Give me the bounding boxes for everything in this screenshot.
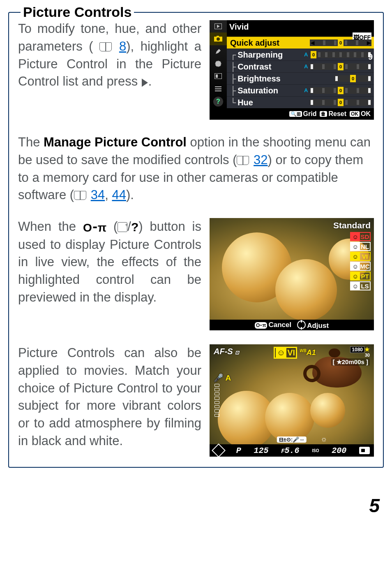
adjust-button[interactable]: Adjust [297, 320, 329, 330]
ok-label: OK [361, 110, 371, 118]
pc-badge-vi[interactable]: ☺VI [350, 252, 371, 261]
live-view-preview: Standard ☺SD ☺NL ☺VI ☺MC ☺PT ☺LS O⁃πCanc… [210, 218, 374, 330]
protect-key-icon: O⁃π [83, 220, 106, 236]
svg-rect-7 [216, 74, 218, 78]
slider-quick-adjust[interactable]: ◀ 0 ▶ [310, 39, 371, 46]
para-4: Picture Controls can also be applied to … [18, 344, 201, 457]
slider-saturation[interactable]: A 0 [310, 87, 371, 94]
menu-item-label: Hue [238, 98, 307, 107]
p1-t3: . [148, 74, 152, 88]
book-icon [99, 42, 112, 51]
menu-body: Quick adjust ◀ 0 ▶ ┌Sharpening A [227, 37, 374, 108]
svg-rect-3 [217, 36, 219, 37]
pc-badge-ls[interactable]: ☺LS [350, 281, 371, 290]
retouch-tab-icon[interactable] [210, 70, 227, 82]
book-icon [237, 156, 249, 165]
lv-icon [359, 447, 370, 454]
menu-footer: 🔍⊞Grid 🗑Reset OKOK [210, 108, 374, 120]
p2-t5: ). [126, 188, 134, 202]
menu-item-saturation[interactable]: ├Saturation A 0 [227, 84, 374, 96]
ok-button[interactable]: OKOK [350, 110, 371, 118]
p3-t3: / [127, 219, 131, 234]
movie-quality-indicator: 1080★30 [350, 347, 370, 358]
slider-brightness[interactable]: 0 [334, 75, 371, 82]
menu-item-label: Brightness [238, 74, 307, 84]
menu-item-hue[interactable]: └Hue 0 [227, 96, 374, 108]
movie-subject [265, 393, 314, 442]
pencil-tab-icon[interactable] [210, 45, 227, 58]
pc-badge-sd[interactable]: ☺SD [350, 232, 371, 241]
picture-controls-section: Picture Controls To modify tone, hue, an… [8, 4, 384, 468]
menu-item-sharpening[interactable]: ┌Sharpening A 0 9 [227, 49, 374, 60]
row-manage: The Manage Picture Control option in the… [18, 134, 374, 204]
right-arrow-icon [142, 79, 148, 87]
cancel-button[interactable]: O⁃πCancel [255, 321, 291, 329]
svg-rect-9 [215, 88, 221, 89]
pc-badge-mc[interactable]: ☺MC [350, 262, 371, 271]
link-page-8[interactable]: 8 [119, 39, 126, 53]
p2-t1: The [18, 135, 44, 149]
selected-pc-label: Standard [333, 221, 371, 230]
page-number: 5 [0, 480, 392, 517]
menu-item-contrast[interactable]: ├Contrast A 0 [227, 60, 374, 72]
para-3: When the O⁃π (/?) button is used to disp… [18, 218, 201, 330]
link-page-34[interactable]: 34 [91, 188, 105, 202]
iso-value: 200 [332, 446, 346, 455]
mymenu-tab-icon[interactable] [210, 83, 227, 95]
retouch-key-icon [118, 222, 127, 232]
menu-title-text: Vivid [229, 22, 249, 31]
para-1: To modify tone, hue, and other parameter… [18, 20, 201, 120]
pc-badge-nl[interactable]: ☺NL [350, 242, 371, 251]
menu-item-label: Saturation [238, 86, 307, 95]
exposure-comp-meter: ⊟±⊙:🎤↔ [277, 436, 307, 443]
movie-subject [310, 393, 345, 428]
movie-bottom-overlay: P 125 F5.6 ISO 200 [210, 444, 374, 457]
menu-item-label: Sharpening [238, 50, 307, 60]
iso-label: ISO [312, 449, 319, 453]
mode-indicator: P [236, 446, 241, 455]
brightness-icon: ☼ [321, 435, 327, 443]
p3-t2: ( [106, 219, 118, 234]
link-page-32[interactable]: 32 [254, 153, 267, 167]
pc-indicator: ☺VI [274, 347, 297, 359]
slider-contrast[interactable]: A 0 [310, 63, 371, 70]
slider-sharpening[interactable]: A 0 9 [310, 51, 371, 58]
row-preview: When the O⁃π (/?) button is used to disp… [18, 218, 374, 330]
p2-bold: Manage Picture Control [44, 135, 187, 149]
mic-level-indicator: 🎤 A [214, 373, 231, 383]
slider-hue[interactable]: 0 [310, 99, 371, 106]
grid-label: Grid [303, 110, 317, 118]
menu-item-label: Quick adjust [230, 38, 307, 48]
link-page-44[interactable]: 44 [112, 188, 126, 202]
p2-t4: , [105, 188, 112, 202]
p3-t1: When the [18, 219, 83, 234]
mic-level-bars [214, 384, 219, 417]
record-time-remaining: [ ★20m00s ] [331, 358, 370, 366]
svg-marker-1 [217, 25, 220, 28]
svg-marker-5 [216, 49, 221, 54]
row-movie: Picture Controls can also be applied to … [18, 344, 374, 457]
preview-subject [275, 259, 337, 321]
grid-button[interactable]: 🔍⊞Grid [289, 110, 317, 118]
row-intro: To modify tone, hue, and other parameter… [18, 20, 374, 120]
movie-live-view: AF-S ⊡ ☺VI WBA1 1080★30 [ ★20m00s ] 🎤 A … [210, 344, 374, 457]
help-tab-icon[interactable]: ? [213, 97, 223, 107]
reset-button[interactable]: 🗑Reset [320, 110, 346, 118]
menu-item-label: Contrast [238, 62, 307, 72]
aperture: F5.6 [281, 446, 299, 455]
menu-item-brightness[interactable]: ├Brightness 0 [227, 72, 374, 84]
svg-rect-6 [214, 73, 222, 79]
preview-footer: O⁃πCancel Adjust [210, 320, 374, 330]
svg-point-4 [217, 37, 220, 41]
playback-tab-icon[interactable] [210, 20, 227, 32]
book-icon [74, 191, 86, 200]
setup-tab-icon[interactable] [210, 58, 227, 70]
metering-icon [212, 443, 226, 457]
menu-item-quick-adjust[interactable]: Quick adjust ◀ 0 ▶ [227, 37, 374, 49]
help-key-icon: ? [131, 218, 138, 235]
pc-badge-pt[interactable]: ☺PT [350, 272, 371, 281]
pc-badge-list: ☺SD ☺NL ☺VI ☺MC ☺PT ☺LS [350, 232, 371, 290]
wb-indicator: WBA1 [300, 348, 316, 357]
shooting-tab-icon[interactable] [210, 32, 227, 45]
menu-tab-icons: ? [210, 20, 227, 108]
